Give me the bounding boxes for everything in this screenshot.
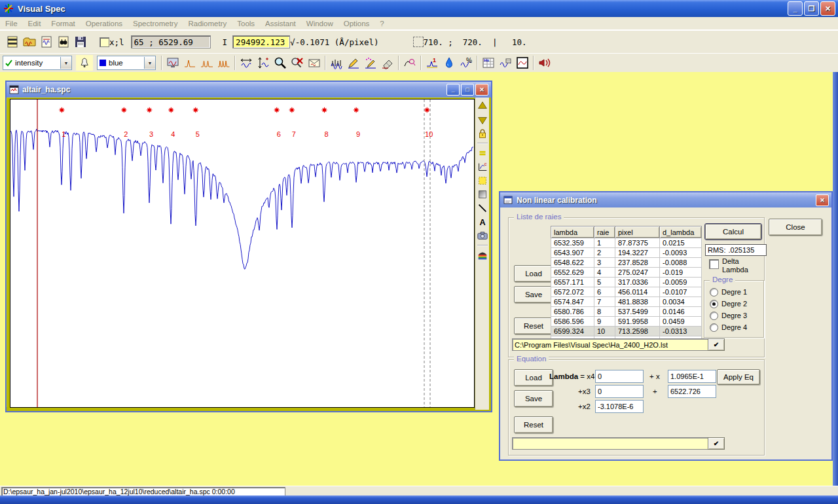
- profile-single-icon[interactable]: [181, 55, 198, 71]
- menu-window[interactable]: Window: [301, 18, 338, 29]
- browse-spectrum-icon[interactable]: [55, 34, 72, 50]
- menu-help[interactable]: ?: [374, 18, 389, 29]
- dialog-close-icon[interactable]: ✕: [816, 194, 829, 206]
- series-selector[interactable]: intensity ▼: [3, 56, 72, 70]
- spectrum-minimize-button[interactable]: _: [446, 84, 460, 96]
- degre-option-4[interactable]: Degre 4: [710, 321, 747, 333]
- equals-icon[interactable]: [477, 147, 488, 159]
- list-path-field[interactable]: C:\Program Files\Visual Spec\Ha_2400_H2O…: [512, 338, 710, 351]
- selection-box-icon[interactable]: [413, 37, 424, 47]
- filter-profile-icon[interactable]: [497, 55, 514, 71]
- delta-lambda-checkbox[interactable]: [709, 259, 719, 269]
- intensity-value-field[interactable]: 294992.123: [232, 35, 290, 48]
- spectrum-maximize-button[interactable]: □: [461, 84, 474, 96]
- menu-assistant[interactable]: Assistant: [260, 18, 301, 29]
- radio-button[interactable]: [710, 312, 718, 320]
- radio-button[interactable]: [710, 288, 718, 297]
- sound-toggle-icon[interactable]: [536, 55, 553, 71]
- spectrum-plot[interactable]: 12345678910: [10, 99, 475, 408]
- menu-file[interactable]: File: [0, 18, 23, 29]
- save-equation-button[interactable]: Save: [514, 390, 553, 407]
- coord-toggle-checkbox[interactable]: [100, 37, 109, 47]
- spectrum-window-title-bar[interactable]: altair_ha.spc _ □ ✕: [7, 82, 491, 98]
- raies-table-row[interactable]: 6548.6223237.8528-0.0088: [551, 258, 702, 268]
- restore-button[interactable]: ❐: [804, 1, 819, 16]
- profile-double-icon[interactable]: [198, 55, 215, 71]
- dialog-close-button[interactable]: Close: [769, 219, 822, 236]
- coef-x1-field[interactable]: 1.0965E-1: [668, 370, 716, 383]
- spectrum-window[interactable]: altair_ha.spc _ □ ✕ 12345678910 cA: [5, 81, 492, 412]
- raies-table-row[interactable]: 6543.9072194.3227-0.0093: [551, 248, 702, 258]
- bell-pointer-icon[interactable]: [76, 55, 93, 71]
- draw-profile-icon[interactable]: [345, 55, 362, 71]
- smooth-profile-icon[interactable]: [401, 55, 418, 71]
- menu-spectrometry[interactable]: Spectrometry: [128, 18, 183, 29]
- save-list-button[interactable]: Save: [514, 286, 553, 303]
- cursor-position-field[interactable]: 65 ; 6529.69: [131, 35, 211, 48]
- scroll-down-icon[interactable]: [477, 114, 488, 126]
- stretch-vertical-icon[interactable]: [255, 55, 272, 71]
- degre-option-2[interactable]: Degre 2: [710, 298, 747, 310]
- spray-profile-icon[interactable]: [362, 55, 379, 71]
- degre-option-3[interactable]: Degre 3: [710, 310, 747, 321]
- open-spectrum-icon[interactable]: [21, 34, 38, 50]
- camera-icon[interactable]: [477, 230, 488, 242]
- dialog-title-bar[interactable]: Non linear calibration ✕: [500, 192, 831, 207]
- zoom-reset-icon[interactable]: [289, 55, 306, 71]
- coef-x2-field[interactable]: -3.1078E-6: [595, 400, 644, 413]
- validate-list-button[interactable]: ✔: [708, 338, 725, 351]
- color-selector-arrow[interactable]: ▼: [144, 57, 155, 69]
- delta-lambda-option[interactable]: Delta Lambda: [709, 257, 755, 274]
- scroll-up-icon[interactable]: [477, 100, 488, 112]
- apply-eq-button[interactable]: Apply Eq: [717, 369, 760, 385]
- calibration-dialog[interactable]: Non linear calibration ✕ Liste de raies …: [499, 191, 833, 461]
- coef-x3-field[interactable]: 0: [595, 385, 644, 398]
- palette-rainbow-icon[interactable]: [477, 249, 488, 261]
- zoom-in-icon[interactable]: [272, 55, 289, 71]
- reset-list-button[interactable]: Reset: [514, 317, 553, 334]
- reset-equation-button[interactable]: Reset: [514, 416, 553, 433]
- menu-options[interactable]: Options: [338, 18, 375, 29]
- raies-table-row[interactable]: 6552.6294275.0247-0.019: [551, 268, 702, 278]
- calcul-button[interactable]: Calcul: [705, 224, 761, 240]
- divide-profile-icon[interactable]: %: [458, 55, 475, 71]
- menu-tools[interactable]: Tools: [232, 18, 260, 29]
- minimize-button[interactable]: _: [788, 1, 803, 16]
- raies-table[interactable]: lambda raie pixel d_lambda 6532.359187.8…: [551, 226, 702, 346]
- load-list-button[interactable]: Load: [514, 265, 553, 282]
- coef-x4-field[interactable]: 0: [595, 370, 644, 383]
- radio-button[interactable]: [710, 323, 718, 332]
- stretch-horizontal-icon[interactable]: [238, 55, 255, 71]
- const-field[interactable]: 6522.726: [668, 385, 716, 398]
- degre-option-1[interactable]: Degre 1: [710, 286, 747, 298]
- screen-profile-icon[interactable]: [164, 55, 181, 71]
- spectrum-close-button[interactable]: ✕: [475, 84, 488, 96]
- raies-table-row[interactable]: 6580.7868537.54990.0146: [551, 307, 702, 317]
- send-report-icon[interactable]: [306, 55, 323, 71]
- load-equation-button[interactable]: Load: [514, 369, 553, 386]
- equation-result-field[interactable]: [512, 437, 710, 450]
- water-drop-icon[interactable]: [441, 55, 458, 71]
- erase-profile-icon[interactable]: [379, 55, 396, 71]
- new-spectrum-icon[interactable]: [4, 34, 21, 50]
- raies-table-row[interactable]: 6599.32410713.2598-0.0313: [551, 327, 702, 336]
- menu-edit[interactable]: Edit: [23, 18, 46, 29]
- dashed-region-icon[interactable]: [477, 175, 488, 187]
- series-selector-arrow[interactable]: ▼: [60, 57, 71, 69]
- menu-operations[interactable]: Operations: [81, 18, 128, 29]
- save-icon[interactable]: [72, 34, 89, 50]
- color-selector[interactable]: blue ▼: [97, 56, 156, 70]
- element-table-icon[interactable]: Hα: [480, 55, 497, 71]
- close-button[interactable]: ✕: [820, 1, 835, 16]
- lock-icon[interactable]: [477, 128, 488, 139]
- line-tool-icon[interactable]: [477, 202, 488, 214]
- raies-table-row[interactable]: 6574.8477481.88380.0034: [551, 297, 702, 307]
- profile-one-icon[interactable]: 1: [424, 55, 441, 71]
- comb-profile-icon[interactable]: [328, 55, 345, 71]
- menu-radiometry[interactable]: Radiometry: [183, 18, 232, 29]
- view-frame-icon[interactable]: [514, 55, 531, 71]
- raies-table-row[interactable]: 6532.359187.873750.0215: [551, 238, 702, 248]
- profile-triple-icon[interactable]: [215, 55, 232, 71]
- text-tool-icon[interactable]: A: [477, 216, 488, 228]
- menu-format[interactable]: Format: [46, 18, 80, 29]
